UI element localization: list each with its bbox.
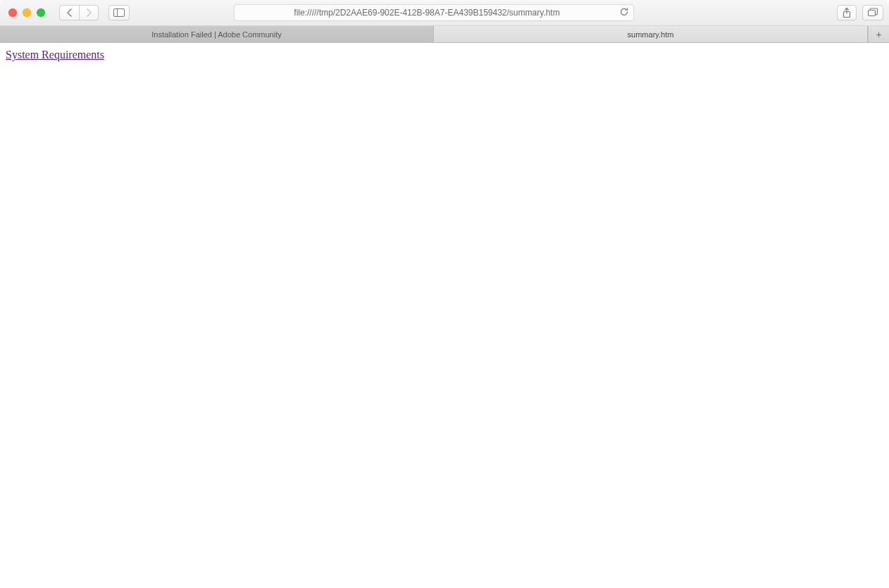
tab-installation-failed[interactable]: Installation Failed | Adobe Community	[0, 26, 434, 42]
navigation-buttons	[59, 5, 99, 20]
tabs-overview-button[interactable]	[862, 5, 883, 20]
system-requirements-link[interactable]: System Requirements	[6, 49, 104, 61]
browser-toolbar: file://///tmp/2D2AAE69-902E-412B-98A7-EA…	[0, 0, 889, 26]
svg-rect-0	[114, 9, 125, 17]
tab-label: Installation Failed | Adobe Community	[151, 30, 281, 39]
url-text: file://///tmp/2D2AAE69-902E-412B-98A7-EA…	[294, 8, 559, 18]
back-button[interactable]	[59, 5, 79, 20]
address-bar[interactable]: file://///tmp/2D2AAE69-902E-412B-98A7-EA…	[234, 4, 634, 21]
plus-icon: +	[876, 29, 881, 40]
tabs-overview-icon	[867, 8, 878, 18]
window-traffic-lights	[8, 8, 45, 17]
sidebar-icon	[113, 8, 125, 17]
window-maximize-button[interactable]	[37, 8, 45, 17]
share-icon	[842, 7, 852, 18]
tab-summary[interactable]: summary.htm	[434, 26, 868, 42]
url-field[interactable]: file://///tmp/2D2AAE69-902E-412B-98A7-EA…	[234, 4, 634, 21]
window-minimize-button[interactable]	[23, 8, 31, 17]
forward-button[interactable]	[79, 5, 99, 20]
svg-rect-4	[869, 11, 876, 16]
share-button[interactable]	[837, 5, 857, 20]
reload-button[interactable]	[617, 6, 631, 20]
window-close-button[interactable]	[8, 8, 17, 17]
reload-icon	[619, 7, 629, 19]
chevron-right-icon	[85, 8, 92, 17]
toolbar-right-group	[837, 5, 883, 20]
tab-bar: Installation Failed | Adobe Community su…	[0, 26, 889, 43]
new-tab-button[interactable]: +	[868, 26, 889, 42]
chevron-left-icon	[66, 8, 73, 17]
sidebar-toggle-button[interactable]	[108, 5, 130, 20]
tab-label: summary.htm	[628, 30, 674, 39]
page-content: System Requirements	[0, 43, 889, 588]
